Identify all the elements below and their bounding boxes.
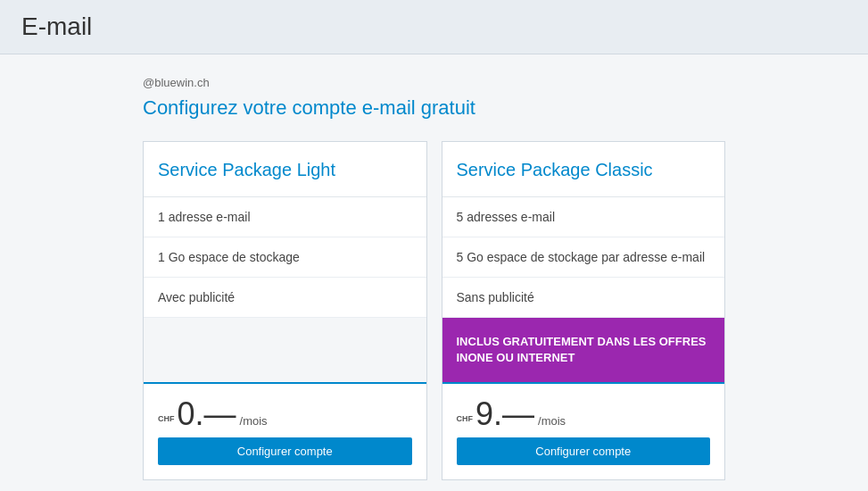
- configure-btn-light[interactable]: Configurer compte: [158, 437, 412, 465]
- package-features-classic: 5 adresses e-mail 5 Go espace de stockag…: [442, 197, 725, 318]
- feature-classic-1: 5 adresses e-mail: [442, 197, 725, 237]
- price-light: 0.—: [178, 398, 236, 430]
- page-title: Configurez votre compte e-mail gratuit: [143, 96, 725, 120]
- page-header: E-mail: [0, 0, 868, 54]
- configure-btn-classic[interactable]: Configurer compte: [457, 437, 711, 465]
- promo-empty-light: [144, 318, 426, 382]
- package-card-classic: Service Package Classic 5 adresses e-mai…: [442, 141, 726, 480]
- promo-banner-classic: INCLUS GRATUITEMENT DANS LES OFFRES INON…: [442, 318, 725, 382]
- currency-classic: CHF: [457, 415, 474, 423]
- feature-classic-2: 5 Go espace de stockage par adresse e-ma…: [442, 237, 725, 278]
- package-header-classic: Service Package Classic: [442, 142, 725, 197]
- price-classic: 9.—: [475, 398, 534, 430]
- domain-label: @bluewin.ch: [143, 76, 725, 89]
- main-content: @bluewin.ch Configurez votre compte e-ma…: [0, 54, 868, 491]
- packages-row: Service Package Light 1 adresse e-mail 1…: [143, 141, 725, 480]
- feature-light-3: Avec publicité: [144, 278, 426, 318]
- feature-classic-3: Sans publicité: [442, 278, 725, 318]
- period-classic: /mois: [538, 414, 566, 428]
- price-section-light: CHF 0.— /mois: [144, 382, 426, 437]
- promo-text-classic: INCLUS GRATUITEMENT DANS LES OFFRES INON…: [457, 334, 711, 366]
- page-header-title: E-mail: [21, 12, 847, 41]
- feature-light-1: 1 adresse e-mail: [144, 197, 426, 237]
- package-title-classic: Service Package Classic: [457, 160, 711, 180]
- period-light: /mois: [240, 414, 268, 428]
- package-card-light: Service Package Light 1 adresse e-mail 1…: [143, 141, 427, 480]
- feature-light-2: 1 Go espace de stockage: [144, 237, 426, 278]
- price-section-classic: CHF 9.— /mois: [442, 382, 725, 437]
- currency-light: CHF: [158, 415, 175, 423]
- package-header-light: Service Package Light: [144, 142, 426, 197]
- package-features-light: 1 adresse e-mail 1 Go espace de stockage…: [144, 197, 426, 318]
- package-title-light: Service Package Light: [158, 160, 412, 180]
